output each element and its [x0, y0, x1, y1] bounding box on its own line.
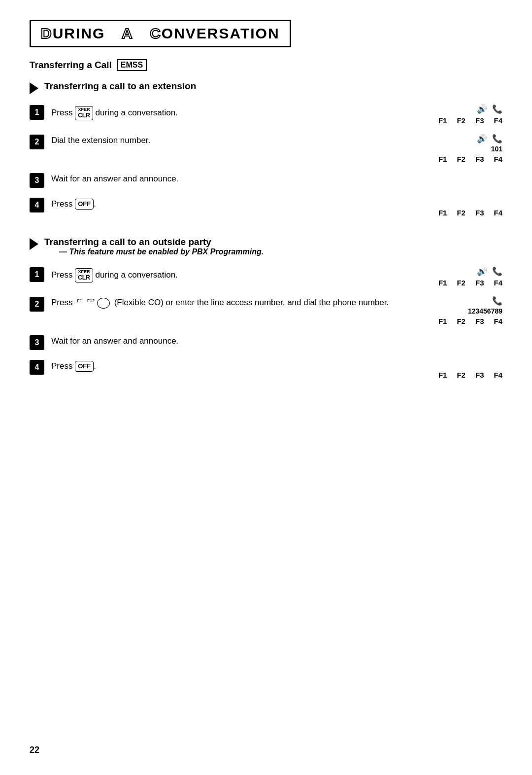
f1-f12-superscript: F1 – F12 — [77, 298, 95, 303]
f-labels-4: F1 F2 F3 F4 — [424, 209, 502, 217]
flexible-co-key — [97, 298, 110, 309]
step-ext-4-content: Press OFF. — [51, 197, 414, 210]
f1-label: F1 — [438, 209, 447, 217]
step-number-2: 2 — [30, 135, 44, 149]
triangle-icon — [30, 82, 38, 94]
sound-icon-out-1: 🔊 — [477, 266, 487, 277]
f3-label: F3 — [475, 209, 484, 217]
sound-icon-2: 🔊 — [477, 134, 487, 144]
f2-label: F2 — [457, 209, 466, 217]
f3-label: F3 — [475, 116, 484, 125]
f1-label: F1 — [438, 371, 447, 379]
f3-label: F3 — [475, 317, 484, 325]
phone-icon-out-1: 📞 — [492, 266, 502, 277]
step-out-2: 2 Press F1 – F12 (Flexible CO) or enter … — [30, 296, 502, 325]
f-labels-2: F1 F2 F3 F4 — [424, 155, 502, 163]
step-ext-4: 4 Press OFF. F1 F2 F3 F4 — [30, 197, 502, 217]
step-out-2-left: 2 Press F1 – F12 (Flexible CO) or enter … — [30, 296, 414, 312]
f-labels-out-1: F1 F2 F3 F4 — [424, 279, 502, 287]
f1-label: F1 — [438, 317, 447, 325]
step-ext-3-left: 3 Wait for an answer and announce. — [30, 172, 414, 188]
step-ext-1: 1 Press XFER CLR during a conversation. … — [30, 104, 502, 125]
phone-icon-out-2: 📞 — [492, 296, 502, 306]
icon-row-2: 🔊 📞 — [424, 134, 502, 144]
number-display-101: 101 — [424, 145, 502, 153]
step-ext-3-content: Wait for an answer and announce. — [51, 172, 414, 184]
triangle-icon-2 — [30, 238, 38, 250]
page-title: DURING A CONVERSATION — [41, 25, 280, 41]
step-out-2-diagram: 📞 123456789 F1 F2 F3 F4 — [424, 296, 502, 325]
f4-label: F4 — [494, 209, 502, 217]
number-display-123: 123456789 — [424, 307, 502, 315]
f-labels-out-2: F1 F2 F3 F4 — [424, 317, 502, 325]
step-number-3: 3 — [30, 173, 44, 188]
step-out-number-4: 4 — [30, 360, 44, 375]
page-title-box: DURING A CONVERSATION — [30, 20, 291, 47]
icon-row-out-1: 🔊 📞 — [424, 266, 502, 277]
step-out-number-2: 2 — [30, 297, 44, 312]
step-out-number-1: 1 — [30, 267, 44, 282]
f2-label: F2 — [457, 371, 466, 379]
icon-row-1: 🔊 📞 — [424, 104, 502, 114]
step-out-3: 3 Wait for an answer and announce. — [30, 334, 502, 350]
f2-label: F2 — [457, 155, 466, 163]
f-labels-1: F1 F2 F3 F4 — [424, 116, 502, 125]
step-ext-2-content: Dial the extension number. — [51, 134, 414, 145]
step-out-3-content: Wait for an answer and announce. — [51, 334, 414, 346]
step-out-1: 1 Press XFER CLR during a conversation. … — [30, 266, 502, 287]
step-ext-1-left: 1 Press XFER CLR during a conversation. — [30, 104, 414, 120]
section-title: Transferring a Call — [30, 60, 112, 70]
f4-label: F4 — [494, 116, 502, 125]
f3-label: F3 — [475, 279, 484, 287]
step-ext-4-diagram: F1 F2 F3 F4 — [424, 197, 502, 217]
step-ext-1-diagram: 🔊 📞 F1 F2 F3 F4 — [424, 104, 502, 125]
f4-label: F4 — [494, 279, 502, 287]
off-key-1: OFF — [75, 199, 94, 210]
f-labels-out-4: F1 F2 F3 F4 — [424, 371, 502, 379]
f4-label: F4 — [494, 155, 502, 163]
f1-label: F1 — [438, 279, 447, 287]
subsection-label-ext: Transferring a call to an extension — [44, 81, 196, 92]
step-ext-1-content: Press XFER CLR during a conversation. — [51, 104, 414, 120]
section-heading: Transferring a Call EMSS — [30, 59, 502, 71]
subsection-label-outside: Transferring a call to an outside party — [44, 237, 264, 247]
step-ext-2-left: 2 Dial the extension number. — [30, 134, 414, 149]
subsection-extension: Transferring a call to an extension 1 Pr… — [30, 81, 502, 217]
step-number-4: 4 — [30, 198, 44, 212]
step-ext-4-left: 4 Press OFF. — [30, 197, 414, 212]
f3-label: F3 — [475, 155, 484, 163]
step-out-3-left: 3 Wait for an answer and announce. — [30, 334, 414, 350]
phone-icon-1: 📞 — [492, 104, 502, 114]
step-ext-2: 2 Dial the extension number. 🔊 📞 101 F1 … — [30, 134, 502, 163]
step-out-4-left: 4 Press OFF. — [30, 359, 414, 375]
step-number-1: 1 — [30, 105, 44, 120]
step-out-1-content: Press XFER CLR during a conversation. — [51, 266, 414, 282]
step-out-4: 4 Press OFF. F1 F2 F3 F4 — [30, 359, 502, 379]
f2-label: F2 — [457, 116, 466, 125]
f4-label: F4 — [494, 317, 502, 325]
step-ext-3: 3 Wait for an answer and announce. — [30, 172, 502, 188]
subsection-outside: Transferring a call to an outside party … — [30, 237, 502, 379]
f2-label: F2 — [457, 317, 466, 325]
step-out-number-3: 3 — [30, 335, 44, 350]
xfer-clr-key: XFER CLR — [75, 106, 93, 120]
page-number: 22 — [30, 745, 39, 755]
subsection-title-ext: Transferring a call to an extension — [30, 81, 502, 94]
step-out-1-left: 1 Press XFER CLR during a conversation. — [30, 266, 414, 282]
step-out-1-diagram: 🔊 📞 F1 F2 F3 F4 — [424, 266, 502, 287]
subsection-note: — This feature must be enabled by PBX Pr… — [59, 247, 264, 256]
emss-badge: EMSS — [117, 59, 147, 71]
f3-label: F3 — [475, 371, 484, 379]
off-key-2: OFF — [75, 361, 94, 372]
f4-label: F4 — [494, 371, 502, 379]
f1-label: F1 — [438, 116, 447, 125]
step-out-4-diagram: F1 F2 F3 F4 — [424, 359, 502, 379]
f2-label: F2 — [457, 279, 466, 287]
xfer-clr-key-2: XFER CLR — [75, 268, 93, 282]
f1-label: F1 — [438, 155, 447, 163]
step-out-2-content: Press F1 – F12 (Flexible CO) or enter th… — [51, 296, 414, 309]
subsection-title-outside: Transferring a call to an outside party … — [30, 237, 502, 256]
step-ext-2-diagram: 🔊 📞 101 F1 F2 F3 F4 — [424, 134, 502, 163]
icon-row-out-2: 📞 — [424, 296, 502, 306]
subsection-label-outside-wrap: Transferring a call to an outside party … — [44, 237, 264, 256]
